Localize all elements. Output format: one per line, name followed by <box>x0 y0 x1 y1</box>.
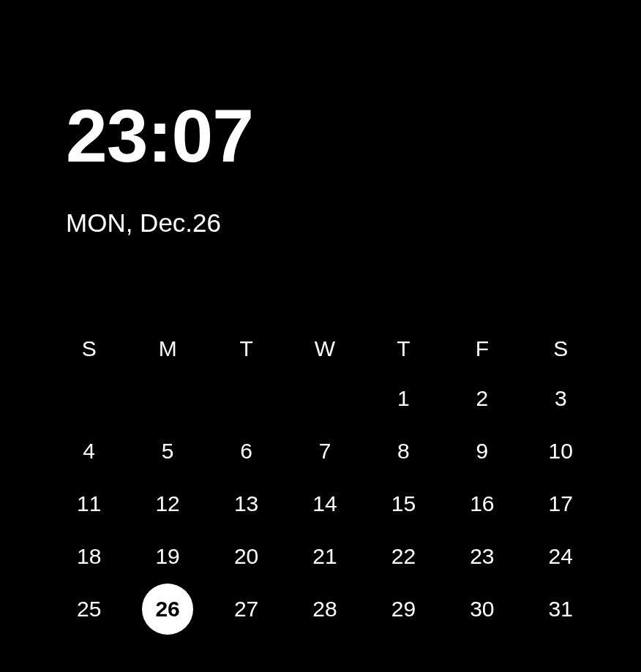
calendar-day[interactable]: 30 <box>443 583 521 635</box>
calendar-day[interactable]: 11 <box>50 477 128 530</box>
calendar-day[interactable]: 28 <box>285 583 364 635</box>
calendar-day-empty <box>128 372 206 425</box>
clock-time: 23:07 <box>66 99 597 173</box>
calendar-day[interactable]: 5 <box>128 425 206 477</box>
widget-container: 23:07 MON, Dec.26 S M T W T F S 12345678… <box>0 0 641 635</box>
weekday-header: T <box>207 325 285 372</box>
calendar-day[interactable]: 31 <box>522 583 600 635</box>
calendar-day[interactable]: 10 <box>522 425 600 477</box>
weekday-header-row: S M T W T F S <box>50 325 600 372</box>
calendar-day[interactable]: 14 <box>285 477 364 530</box>
calendar-day[interactable]: 24 <box>522 530 600 583</box>
calendar-day[interactable]: 25 <box>50 583 128 635</box>
calendar-day[interactable]: 19 <box>128 530 206 583</box>
calendar-day[interactable]: 6 <box>207 425 285 477</box>
weekday-header: S <box>522 325 600 372</box>
calendar-week-row: 45678910 <box>50 425 600 477</box>
calendar-day[interactable]: 15 <box>364 477 443 530</box>
clock-date: MON, Dec.26 <box>66 208 597 238</box>
calendar-day-today[interactable]: 26 <box>128 583 206 635</box>
calendar-day[interactable]: 22 <box>364 530 443 583</box>
calendar-day[interactable]: 12 <box>128 477 206 530</box>
weekday-header: W <box>285 325 364 372</box>
calendar-day[interactable]: 21 <box>285 530 364 583</box>
calendar-day[interactable]: 1 <box>364 372 443 425</box>
calendar-week-row: 123 <box>50 372 600 425</box>
calendar-day[interactable]: 8 <box>364 425 443 477</box>
calendar-day[interactable]: 2 <box>443 372 521 425</box>
calendar-day[interactable]: 18 <box>50 530 128 583</box>
weekday-header: F <box>443 325 521 372</box>
calendar-day[interactable]: 23 <box>443 530 521 583</box>
calendar-day-empty <box>207 372 285 425</box>
calendar-day[interactable]: 7 <box>285 425 364 477</box>
calendar-week-row: 11121314151617 <box>50 477 600 530</box>
calendar-day[interactable]: 13 <box>207 477 285 530</box>
calendar-day[interactable]: 16 <box>443 477 521 530</box>
calendar-day[interactable]: 17 <box>522 477 600 530</box>
calendar-grid: S M T W T F S 12345678910111213141516171… <box>50 325 597 635</box>
calendar-day[interactable]: 20 <box>207 530 285 583</box>
calendar-week-row: 25262728293031 <box>50 583 600 635</box>
calendar-day[interactable]: 9 <box>443 425 521 477</box>
calendar-day[interactable]: 3 <box>522 372 600 425</box>
calendar-week-row: 18192021222324 <box>50 530 600 583</box>
weekday-header: T <box>364 325 443 372</box>
calendar-day[interactable]: 27 <box>207 583 285 635</box>
weekday-header: M <box>128 325 206 372</box>
calendar-day[interactable]: 4 <box>50 425 128 477</box>
calendar-day-empty <box>285 372 364 425</box>
weekday-header: S <box>50 325 128 372</box>
calendar-day-empty <box>50 372 128 425</box>
calendar-day[interactable]: 29 <box>364 583 443 635</box>
